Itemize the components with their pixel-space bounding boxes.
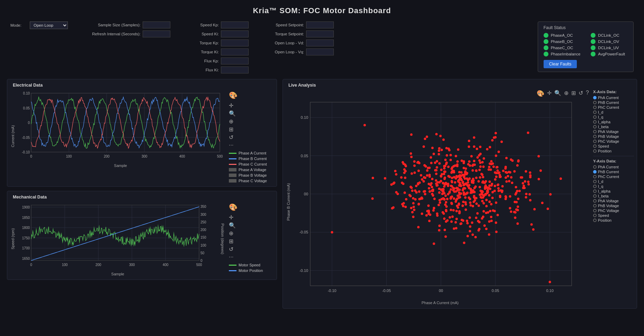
x-axis-radio-2[interactable] <box>593 106 597 109</box>
speed-setpoint-input[interactable]: 2000.0 <box>306 21 334 28</box>
refresh-interval-input[interactable]: 2 <box>143 30 170 37</box>
live-color-icon[interactable]: 🎨 <box>537 90 544 97</box>
x-axis-option-6[interactable]: I_beta <box>593 125 634 129</box>
x-axis-option-0[interactable]: PhA Current <box>593 96 634 100</box>
flux-kp-input[interactable]: 8.0 <box>221 58 249 64</box>
y-axis-radio-11[interactable] <box>593 219 597 222</box>
x-axis-radio-8[interactable] <box>593 135 597 138</box>
mode-label: Mode: <box>10 23 28 27</box>
y-axis-radio-3[interactable] <box>593 180 597 183</box>
y-axis-option-8[interactable]: PhB Voltage <box>593 204 634 208</box>
x-axis-radio-5[interactable] <box>593 120 597 124</box>
x-axis-option-1[interactable]: PhB Current <box>593 100 634 105</box>
mechanical-chart-title: Mechanical Data <box>10 195 274 200</box>
electrical-chart-zoom2-icon[interactable]: ⊕ <box>229 118 274 125</box>
x-axis-option-8[interactable]: PhB Voltage <box>593 134 634 139</box>
mechanical-y-axis-right-label: Position (degrees) <box>220 202 225 276</box>
electrical-chart-move-icon[interactable]: ✛ <box>229 102 274 109</box>
live-help-icon[interactable]: ? <box>586 90 589 97</box>
y-axis-radio-2[interactable] <box>593 175 597 178</box>
y-axis-option-11[interactable]: Position <box>593 218 634 222</box>
live-zoom2-icon[interactable]: ⊕ <box>564 90 569 97</box>
x-axis-radio-3[interactable] <box>593 110 597 114</box>
y-axis-radio-9[interactable] <box>593 209 597 212</box>
y-axis-radio-4[interactable] <box>593 185 597 188</box>
y-axis-label-11: Position <box>598 218 611 222</box>
mechanical-chart-more-icon[interactable]: ··· <box>229 254 274 260</box>
y-axis-option-3[interactable]: I_d <box>593 179 634 184</box>
x-axis-radio-6[interactable] <box>593 125 597 129</box>
x-axis-option-10[interactable]: Speed <box>593 144 634 148</box>
open-loop-vq-input[interactable]: 4.0 <box>306 48 334 55</box>
live-move-icon[interactable]: ✛ <box>547 90 552 97</box>
speed-ki-input[interactable]: 8e-05 <box>221 30 249 37</box>
fault-dot-phaseimbalance <box>544 52 548 56</box>
y-axis-option-1[interactable]: PhB Current <box>593 170 634 174</box>
live-zoom-icon[interactable]: 🔍 <box>554 90 561 97</box>
x-axis-options: PhA CurrentPhB CurrentPhC CurrentI_dI_qI… <box>593 96 634 153</box>
y-axis-option-0[interactable]: PhA Current <box>593 165 634 169</box>
x-axis-radio-11[interactable] <box>593 149 597 153</box>
x-axis-radio-7[interactable] <box>593 130 597 133</box>
y-axis-option-10[interactable]: Speed <box>593 213 634 218</box>
x-axis-radio-9[interactable] <box>593 140 597 143</box>
electrical-chart-grid-icon[interactable]: ⊞ <box>229 126 274 133</box>
y-axis-option-5[interactable]: I_alpha <box>593 189 634 193</box>
y-axis-option-4[interactable]: I_q <box>593 184 634 188</box>
legend-label: Phase C Current <box>239 162 267 166</box>
y-axis-option-9[interactable]: PhC Voltage <box>593 209 634 213</box>
mechanical-chart-grid-icon[interactable]: ⊞ <box>229 238 274 245</box>
mechanical-chart-color-icon[interactable]: 🎨 <box>229 203 274 211</box>
y-axis-option-7[interactable]: PhA Voltage <box>593 199 634 203</box>
x-axis-option-2[interactable]: PhC Current <box>593 105 634 109</box>
x-axis-radio-4[interactable] <box>593 115 597 119</box>
torque-kp-input[interactable]: 9.0 <box>221 39 249 46</box>
flux-ki-input[interactable]: 0.001 <box>221 67 249 73</box>
speed-kp-input[interactable]: 0.005 <box>221 21 249 28</box>
refresh-interval-label: Refresh Interval (Seconds): <box>82 32 141 36</box>
sample-size-input[interactable]: 500 <box>143 21 170 28</box>
x-axis-option-11[interactable]: Position <box>593 149 634 153</box>
x-axis-label-11: Position <box>598 149 611 153</box>
mechanical-chart-move-icon[interactable]: ✛ <box>229 214 274 221</box>
x-axis-option-7[interactable]: PhA Voltage <box>593 130 634 134</box>
open-loop-vd-input[interactable]: 0.0 <box>306 39 334 46</box>
x-axis-option-5[interactable]: I_alpha <box>593 120 634 124</box>
electrical-chart-reset-icon[interactable]: ↺ <box>229 134 274 141</box>
open-loop-vq-label: Open Loop - Vq: <box>262 50 304 54</box>
electrical-chart-more-icon[interactable]: ··· <box>229 142 274 148</box>
live-grid-icon[interactable]: ⊞ <box>571 90 576 97</box>
torque-ki-input[interactable]: 0.001 <box>221 48 249 55</box>
open-loop-vd-label: Open Loop - Vd: <box>262 41 304 45</box>
x-axis-option-3[interactable]: I_d <box>593 110 634 114</box>
y-axis-radio-7[interactable] <box>593 199 597 203</box>
x-axis-option-9[interactable]: PhC Voltage <box>593 139 634 143</box>
y-axis-option-6[interactable]: I_beta <box>593 194 634 198</box>
electrical-canvas <box>16 90 223 162</box>
live-analysis-panel: Live Analysis 🎨 ✛ 🔍 ⊕ ⊞ ↺ ? Phase B Curr… <box>283 79 637 309</box>
live-y-axis-label: Phase B Current (mA) <box>286 99 291 305</box>
mode-select[interactable]: Open Loop Closed Loop Torque Flux <box>30 21 68 29</box>
y-axis-radio-6[interactable] <box>593 194 597 198</box>
x-axis-radio-10[interactable] <box>593 144 597 148</box>
live-reset-icon[interactable]: ↺ <box>579 90 583 97</box>
torque-setpoint-input[interactable]: 1.0 <box>306 30 334 37</box>
y-axis-radio-0[interactable] <box>593 165 597 169</box>
mechanical-chart-zoom2-icon[interactable]: ⊕ <box>229 230 274 237</box>
electrical-chart-title: Electrical Data <box>10 83 274 88</box>
clear-faults-button[interactable]: Clear Faults <box>544 60 577 68</box>
y-axis-radio-8[interactable] <box>593 204 597 207</box>
electrical-chart-color-icon[interactable]: 🎨 <box>229 91 274 99</box>
y-axis-options: PhA CurrentPhB CurrentPhC CurrentI_dI_qI… <box>593 165 634 222</box>
y-axis-radio-1[interactable] <box>593 170 597 174</box>
y-axis-radio-10[interactable] <box>593 214 597 217</box>
mechanical-canvas <box>16 202 216 271</box>
x-axis-option-4[interactable]: I_q <box>593 115 634 119</box>
electrical-chart-zoom-icon[interactable]: 🔍 <box>229 110 274 117</box>
x-axis-radio-0[interactable] <box>593 96 597 99</box>
y-axis-option-2[interactable]: PhC Current <box>593 175 634 179</box>
mechanical-chart-reset-icon[interactable]: ↺ <box>229 246 274 253</box>
mechanical-chart-zoom-icon[interactable]: 🔍 <box>229 222 274 229</box>
y-axis-radio-5[interactable] <box>593 189 597 193</box>
x-axis-radio-1[interactable] <box>593 101 597 104</box>
